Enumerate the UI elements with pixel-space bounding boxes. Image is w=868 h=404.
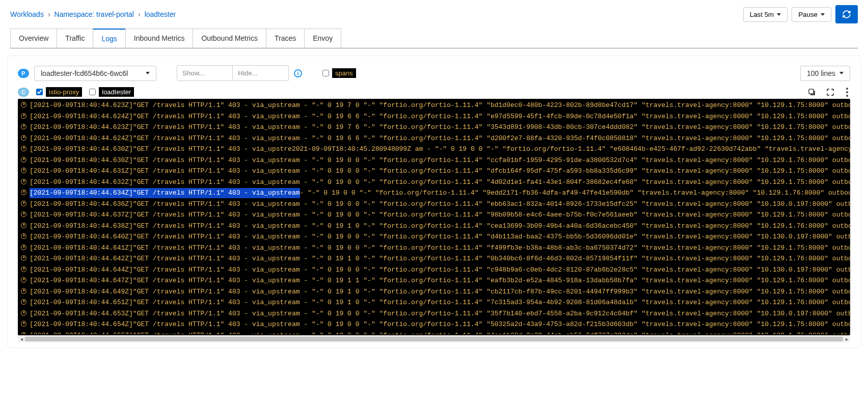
- log-msg: "GET /travels HTTP/1.1" 403 - via_upstre…: [133, 265, 850, 275]
- log-line[interactable]: [2021-09-09T18:40:44.624Z] "GET /travels…: [18, 111, 850, 122]
- log-viewer: [2021-09-09T18:40:44.623Z] "GET /travels…: [18, 99, 850, 335]
- log-msg: "GET /travels HTTP/1.1" 403 - via_upstre…: [133, 287, 850, 297]
- clock-icon: [21, 233, 26, 239]
- log-timestamp: [2021-09-09T18:40:44.632Z]: [30, 177, 133, 187]
- lines-select[interactable]: 100 lines: [800, 66, 850, 81]
- log-timestamp: [2021-09-09T18:40:44.623Z]: [30, 100, 133, 111]
- expand-icon[interactable]: [826, 88, 835, 97]
- log-line[interactable]: [2021-09-09T18:40:44.631Z] "GET /travels…: [18, 166, 850, 177]
- clock-icon: [21, 201, 26, 206]
- scrollbar-thumb[interactable]: [25, 337, 843, 341]
- tabs: OverviewTrafficLogsInbound MetricsOutbou…: [10, 29, 858, 48]
- scroll-right-icon[interactable]: ▸: [843, 336, 850, 342]
- log-line[interactable]: [2021-09-09T18:40:44.641Z] "GET /travels…: [18, 243, 850, 254]
- log-line[interactable]: [2021-09-09T18:40:44.653Z] "GET /travels…: [18, 308, 850, 319]
- log-line[interactable]: [2021-09-09T18:40:44.654Z] "GET /travels…: [18, 319, 850, 330]
- log-line[interactable]: [2021-09-09T18:40:44.649Z] "GET /travels…: [18, 286, 850, 298]
- clock-icon: [21, 245, 26, 250]
- log-line[interactable]: [2021-09-09T18:40:44.638Z] "GET /travels…: [18, 221, 850, 232]
- log-timestamp: [2021-09-09T18:40:44.649Z]: [30, 287, 133, 297]
- log-msg: "GET /travels HTTP/1.1" 403 - via_upstre…: [133, 133, 850, 144]
- log-line[interactable]: [2021-09-09T18:40:44.630Z] "GET /travels…: [18, 144, 850, 155]
- tab-inbound-metrics[interactable]: Inbound Metrics: [125, 29, 194, 48]
- log-msg: "GET /travels HTTP/1.1" 403 - via_upstre…: [133, 232, 850, 242]
- show-filter-input[interactable]: [177, 65, 233, 81]
- svg-rect-1: [809, 89, 813, 94]
- clock-icon: [21, 102, 26, 107]
- log-line[interactable]: [2021-09-09T18:40:44.655Z] "GET /travels…: [18, 330, 850, 335]
- log-line[interactable]: [2021-09-09T18:40:44.640Z] "GET /travels…: [18, 231, 850, 243]
- log-line[interactable]: [2021-09-09T18:40:44.644Z] "GET /travels…: [18, 264, 850, 276]
- clock-icon: [21, 266, 26, 272]
- log-timestamp: [2021-09-09T18:40:44.630Z]: [30, 144, 133, 154]
- log-line[interactable]: [2021-09-09T18:40:44.651Z] "GET /travels…: [18, 297, 850, 308]
- log-msg: "GET /travels HTTP/1.1" 403 - via_upstre…: [133, 112, 850, 122]
- copy-icon[interactable]: [807, 88, 817, 97]
- log-msg: "GET /travels HTTP/1.1" 403 - via_upstre…: [133, 276, 850, 286]
- tab-outbound-metrics[interactable]: Outbound Metrics: [193, 29, 266, 48]
- log-line[interactable]: [2021-09-09T18:40:44.630Z] "GET /travels…: [18, 155, 850, 166]
- pause-label: Pause: [798, 11, 818, 18]
- chevron-right-icon: ›: [48, 10, 50, 18]
- breadcrumb-workloads[interactable]: Workloads: [10, 10, 44, 18]
- log-msg: "GET /travels HTTP/1.1" 403 - via_upstre…: [133, 155, 850, 166]
- log-msg: "GET /travels HTTP/1.1" 403 - via_upstre…: [133, 221, 850, 231]
- pod-select-label: loadtester-fcd654b6c-6wc6l: [41, 69, 128, 77]
- log-line[interactable]: [2021-09-09T18:40:44.623Z] "GET /travels…: [18, 122, 850, 133]
- log-line[interactable]: [2021-09-09T18:40:44.634Z] "GET /travels…: [18, 187, 850, 199]
- log-line[interactable]: [2021-09-09T18:40:44.632Z] "GET /travels…: [18, 177, 850, 188]
- log-msg: "GET /travels HTTP/1.1" 403 - via_upstre…: [133, 122, 850, 132]
- caret-down-icon: [839, 72, 844, 74]
- kebab-menu[interactable]: [844, 88, 850, 97]
- clock-icon: [21, 255, 26, 261]
- log-scroll[interactable]: [2021-09-09T18:40:44.623Z] "GET /travels…: [18, 100, 850, 334]
- caret-down-icon: [146, 72, 150, 74]
- loadtester-checkbox[interactable]: [89, 89, 96, 95]
- tab-traces[interactable]: Traces: [266, 29, 305, 48]
- breadcrumb-leaf[interactable]: loadtester: [145, 10, 176, 18]
- horizontal-scrollbar[interactable]: ◂ ▸: [18, 335, 850, 342]
- clock-icon: [21, 113, 26, 119]
- log-line[interactable]: [2021-09-09T18:40:44.642Z] "GET /travels…: [18, 253, 850, 264]
- log-line[interactable]: [2021-09-09T18:40:44.647Z] "GET /travels…: [18, 275, 850, 286]
- info-icon[interactable]: i: [294, 69, 302, 77]
- pod-badge: P: [18, 69, 29, 78]
- lines-select-label: 100 lines: [807, 69, 835, 77]
- log-msg: - "-" 0 19 0 0 "-" "fortio.org/fortio-1.…: [300, 188, 851, 198]
- breadcrumb-namespace[interactable]: Namespace: travel-portal: [55, 10, 134, 18]
- log-line[interactable]: [2021-09-09T18:40:44.623Z] "GET /travels…: [18, 100, 850, 111]
- pause-select[interactable]: Pause: [792, 7, 831, 22]
- log-line[interactable]: [2021-09-09T18:40:44.624Z] "GET /travels…: [18, 133, 850, 144]
- chevron-right-icon: ›: [138, 10, 141, 18]
- log-timestamp: [2021-09-09T18:40:44.640Z]: [30, 232, 133, 242]
- clock-icon: [21, 179, 26, 184]
- clock-icon: [21, 299, 26, 305]
- clock-icon: [21, 288, 26, 294]
- timerange-select[interactable]: Last 5m: [743, 7, 788, 22]
- clock-icon: [21, 157, 26, 163]
- log-timestamp: [2021-09-09T18:40:44.647Z]: [30, 276, 133, 286]
- tab-overview[interactable]: Overview: [10, 29, 57, 48]
- refresh-button[interactable]: [835, 5, 858, 23]
- log-line[interactable]: [2021-09-09T18:40:44.636Z] "GET /travels…: [18, 199, 850, 210]
- clock-icon: [21, 190, 26, 195]
- log-msg: "GET /travels HTTP/1.1" 403 - via_upstre…: [133, 331, 850, 335]
- tab-envoy[interactable]: Envoy: [304, 29, 341, 48]
- spans-checkbox[interactable]: [322, 70, 329, 76]
- clock-icon: [21, 332, 26, 335]
- pod-select[interactable]: loadtester-fcd654b6c-6wc6l: [34, 66, 156, 81]
- clock-icon: [21, 135, 26, 141]
- istio-proxy-checkbox[interactable]: [36, 89, 43, 95]
- hide-filter-input[interactable]: [233, 65, 289, 81]
- log-msg: "GET /travels HTTP/1.1" 403 - via_upstre…: [133, 100, 850, 111]
- log-msg: "GET /travels HTTP/1.1" 403 - via_upstre…: [133, 254, 850, 264]
- log-msg: "GET /travels HTTP/1.1" 403 - via_upstre…: [133, 210, 850, 220]
- tab-logs[interactable]: Logs: [93, 29, 125, 48]
- clock-icon: [21, 211, 26, 217]
- clock-icon: [21, 168, 26, 173]
- log-msg: "GET /travels HTTP/1.1" 403 - via_upstre…: [133, 144, 850, 154]
- scroll-left-icon[interactable]: ◂: [18, 336, 25, 342]
- log-line[interactable]: [2021-09-09T18:40:44.637Z] "GET /travels…: [18, 209, 850, 221]
- tab-traffic[interactable]: Traffic: [57, 29, 93, 48]
- clock-icon: [21, 223, 26, 228]
